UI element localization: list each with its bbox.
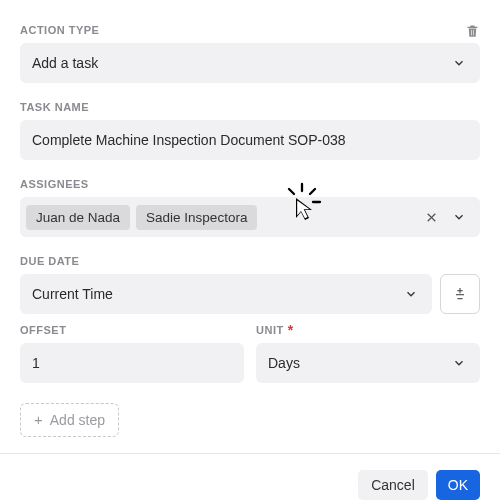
add-step-label: Add step xyxy=(50,412,105,428)
plus-icon: + xyxy=(34,413,43,427)
assignees-label: ASSIGNEES xyxy=(20,178,480,190)
assignee-chip[interactable]: Sadie Inspectora xyxy=(136,205,257,230)
offset-label: OFFSET xyxy=(20,324,244,336)
trash-icon[interactable] xyxy=(465,23,480,39)
cancel-button[interactable]: Cancel xyxy=(358,470,428,500)
dialog-footer: Cancel OK xyxy=(0,454,500,500)
task-name-label: TASK NAME xyxy=(20,101,480,113)
unit-select[interactable]: Days xyxy=(256,343,480,383)
add-step-button[interactable]: + Add step xyxy=(20,403,119,437)
chevron-down-icon xyxy=(448,210,470,224)
chevron-down-icon xyxy=(400,287,422,301)
due-date-select[interactable]: Current Time xyxy=(20,274,432,314)
task-name-value: Complete Machine Inspection Document SOP… xyxy=(32,132,470,148)
action-type-label: ACTION TYPE xyxy=(20,24,99,36)
offset-toggle-button[interactable] xyxy=(440,274,480,314)
form-panel: ACTION TYPE Add a task TASK NAME Complet… xyxy=(0,0,500,454)
required-indicator: * xyxy=(288,325,294,336)
ok-button[interactable]: OK xyxy=(436,470,480,500)
chevron-down-icon xyxy=(448,56,470,70)
task-name-input[interactable]: Complete Machine Inspection Document SOP… xyxy=(20,120,480,160)
unit-value: Days xyxy=(268,355,448,371)
action-type-value: Add a task xyxy=(32,55,448,71)
chevron-down-icon xyxy=(448,356,470,370)
offset-input[interactable]: 1 xyxy=(20,343,244,383)
clear-icon[interactable] xyxy=(420,211,442,224)
due-date-label: DUE DATE xyxy=(20,255,480,267)
unit-label: UNIT* xyxy=(256,324,480,336)
due-date-value: Current Time xyxy=(32,286,400,302)
offset-value: 1 xyxy=(32,355,234,371)
assignee-chip[interactable]: Juan de Nada xyxy=(26,205,130,230)
action-type-select[interactable]: Add a task xyxy=(20,43,480,83)
assignees-select[interactable]: Juan de Nada Sadie Inspectora xyxy=(20,197,480,237)
